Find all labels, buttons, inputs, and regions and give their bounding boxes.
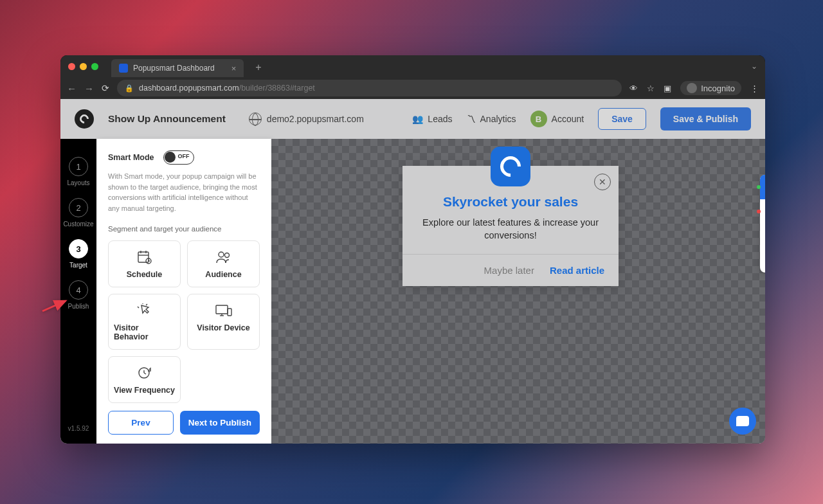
popup-preview: ✕ Skyrocket your sales Explore our lates… <box>402 166 619 286</box>
tabs-overflow-icon[interactable]: ⌄ <box>751 62 757 71</box>
popup-read-article-button[interactable]: Read article <box>550 265 604 276</box>
minimize-window-icon[interactable] <box>80 63 87 70</box>
svg-rect-15 <box>228 309 231 316</box>
svg-line-9 <box>138 307 139 308</box>
step-rail: 1 Layouts 2 Customize 3 Target 4 Publish… <box>60 99 96 444</box>
svg-line-11 <box>146 304 147 305</box>
app-content: 1 Layouts 2 Customize 3 Target 4 Publish… <box>60 99 765 444</box>
rail-step-customize[interactable]: 2 Customize <box>63 198 93 228</box>
close-window-icon[interactable] <box>68 63 75 70</box>
svg-line-34 <box>42 301 66 311</box>
header-overlay <box>60 99 765 139</box>
clock-refresh-icon <box>136 366 154 380</box>
desktop-preview-button[interactable] <box>760 175 765 199</box>
address-bar[interactable]: 🔒 dashboard.popupsmart.com/builder/38863… <box>117 80 622 96</box>
browser-toolbar: ← → ⟳ 🔒 dashboard.popupsmart.com/builder… <box>60 77 765 99</box>
eye-off-icon[interactable]: 👁 <box>629 84 638 93</box>
version-text: v1.5.92 <box>68 425 89 432</box>
extensions-icon[interactable]: ▣ <box>664 84 671 93</box>
canvas: ✕ Skyrocket your sales Explore our lates… <box>271 139 765 444</box>
smart-mode-toggle[interactable]: OFF <box>163 150 194 165</box>
users-icon <box>215 250 233 264</box>
visitor-behavior-card[interactable]: Visitor Behavior <box>108 294 181 350</box>
browser-window: Popupsmart Dashboard × + ⌄ ← → ⟳ 🔒 dashb… <box>60 55 765 444</box>
audience-card[interactable]: Audience <box>187 240 260 287</box>
svg-point-7 <box>219 252 224 257</box>
target-panel: Smart Mode OFF With Smart mode, your pop… <box>96 139 271 444</box>
chat-icon <box>736 416 749 426</box>
popup-title: Skyrocket your sales <box>417 194 604 210</box>
reload-button[interactable]: ⟳ <box>102 83 109 93</box>
svg-rect-0 <box>138 252 149 262</box>
lock-icon: 🔒 <box>125 84 134 93</box>
incognito-badge[interactable]: Incognito <box>680 81 741 95</box>
forward-button[interactable]: → <box>84 83 94 94</box>
smart-mode-label: Smart Mode <box>108 153 154 162</box>
preview-eye-button[interactable] <box>760 224 765 248</box>
cursor-click-icon <box>136 303 154 318</box>
popup-close-button[interactable]: ✕ <box>594 174 611 190</box>
popup-body-text: Explore our latest features & increase y… <box>417 216 604 242</box>
prev-button[interactable]: Prev <box>108 411 174 435</box>
rail-step-publish[interactable]: 4 Publish <box>68 280 89 310</box>
window-controls <box>68 63 98 70</box>
smart-mode-description: With Smart mode, your popup campaign wil… <box>108 171 260 213</box>
mobile-preview-button[interactable] <box>760 199 765 224</box>
browser-right-icons: 👁 ☆ ▣ Incognito ⋮ <box>629 81 759 95</box>
browser-tab[interactable]: Popupsmart Dashboard × <box>111 59 244 77</box>
popup-logo-icon <box>491 147 530 186</box>
svg-point-8 <box>224 253 229 258</box>
new-tab-button[interactable]: + <box>255 62 261 73</box>
chat-widget-button[interactable] <box>729 408 756 435</box>
schedule-card[interactable]: Schedule <box>108 240 181 287</box>
svg-rect-12 <box>216 305 228 314</box>
calendar-icon <box>136 250 154 264</box>
incognito-icon <box>687 83 697 93</box>
tab-title: Popupsmart Dashboard <box>133 64 215 73</box>
devices-icon <box>215 303 233 318</box>
back-button[interactable]: ← <box>67 83 77 94</box>
browser-menu-icon[interactable]: ⋮ <box>750 84 759 93</box>
popup-maybe-later-button[interactable]: Maybe later <box>484 265 534 276</box>
url-text: dashboard.popupsmart.com/builder/38863#t… <box>139 84 315 93</box>
segment-section-label: Segment and target your audience <box>108 225 260 233</box>
bookmark-star-icon[interactable]: ☆ <box>647 84 655 93</box>
maximize-window-icon[interactable] <box>91 63 98 70</box>
visitor-device-card[interactable]: Visitor Device <box>187 294 260 350</box>
view-frequency-card[interactable]: View Frequency <box>108 356 181 403</box>
browser-tab-bar: Popupsmart Dashboard × + ⌄ <box>60 55 765 77</box>
next-to-publish-button[interactable]: Next to Publish <box>180 411 260 435</box>
rail-step-layouts[interactable]: 1 Layouts <box>67 157 89 186</box>
rail-step-target[interactable]: 3 Target <box>69 239 88 269</box>
arrow-annotation <box>41 298 69 316</box>
device-toolbar <box>760 175 765 273</box>
close-tab-icon[interactable]: × <box>231 64 237 73</box>
svg-line-18 <box>144 373 146 374</box>
debug-button[interactable] <box>760 248 765 273</box>
favicon-icon <box>119 64 128 73</box>
